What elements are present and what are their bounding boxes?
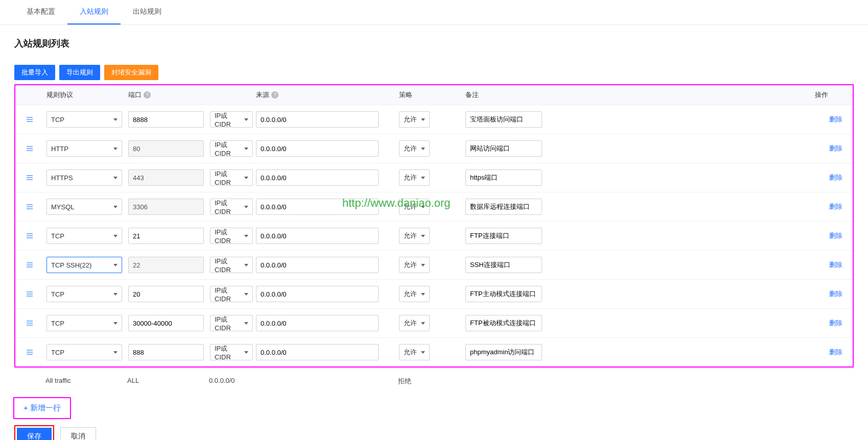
cancel-button[interactable]: 取消 xyxy=(60,427,96,440)
chevron-down-icon xyxy=(421,264,425,266)
export-rules-button[interactable]: 导出规则 xyxy=(59,65,100,80)
protocol-select[interactable]: HTTPS xyxy=(46,169,122,186)
protocol-select[interactable]: HTTP xyxy=(46,140,122,157)
tab-inbound[interactable]: 入站规则 xyxy=(67,0,121,25)
chevron-down-icon xyxy=(421,118,425,121)
port-input[interactable] xyxy=(128,315,204,331)
drag-icon[interactable] xyxy=(26,261,34,269)
port-input xyxy=(128,169,204,186)
chevron-down-icon xyxy=(421,322,425,325)
policy-select[interactable]: 允许 xyxy=(399,169,430,186)
source-input[interactable] xyxy=(256,257,379,273)
source-input[interactable] xyxy=(256,111,379,128)
svg-rect-15 xyxy=(27,262,33,263)
drag-icon[interactable] xyxy=(26,290,34,298)
chevron-down-icon xyxy=(421,351,425,354)
help-icon[interactable]: ? xyxy=(271,91,278,99)
port-input[interactable] xyxy=(128,228,204,244)
policy-select[interactable]: 允许 xyxy=(399,315,430,331)
delete-link[interactable]: 删除 xyxy=(829,290,842,298)
delete-link[interactable]: 删除 xyxy=(829,261,842,268)
source-type-select[interactable]: IP或CIDR xyxy=(210,286,253,302)
remark-input[interactable] xyxy=(465,199,542,215)
port-input[interactable] xyxy=(128,286,204,302)
drag-icon[interactable] xyxy=(26,144,34,153)
drag-icon[interactable] xyxy=(26,319,34,327)
protocol-select[interactable]: MYSQL xyxy=(46,199,122,215)
drag-icon[interactable] xyxy=(26,174,34,182)
batch-import-button[interactable]: 批量导入 xyxy=(14,65,55,80)
delete-link[interactable]: 删除 xyxy=(829,203,842,210)
source-input[interactable] xyxy=(256,286,379,302)
remark-input[interactable] xyxy=(465,169,542,186)
port-input[interactable] xyxy=(128,111,204,128)
policy-select[interactable]: 允许 xyxy=(399,140,430,157)
delete-link[interactable]: 删除 xyxy=(829,348,842,356)
protocol-select[interactable]: TCP xyxy=(46,315,122,331)
source-type-select[interactable]: IP或CIDR xyxy=(210,344,253,360)
protocol-select[interactable]: TCP xyxy=(46,111,122,128)
table-row: HTTP IP或CIDR 允许 xyxy=(15,134,853,163)
save-button[interactable]: 保存 xyxy=(17,428,52,440)
source-type-select[interactable]: IP或CIDR xyxy=(210,315,253,331)
source-input[interactable] xyxy=(256,315,379,331)
remark-input[interactable] xyxy=(465,111,542,128)
drag-icon[interactable] xyxy=(26,232,34,240)
policy-select[interactable]: 允许 xyxy=(399,286,430,302)
drag-icon[interactable] xyxy=(26,348,34,356)
table-row: MYSQL IP或CIDR 允许 xyxy=(15,192,853,222)
source-input[interactable] xyxy=(256,344,379,360)
source-type-select[interactable]: IP或CIDR xyxy=(210,111,253,128)
policy-select[interactable]: 允许 xyxy=(399,344,430,360)
source-input[interactable] xyxy=(256,199,379,215)
source-type-select[interactable]: IP或CIDR xyxy=(210,140,253,157)
delete-link[interactable]: 删除 xyxy=(829,174,842,181)
svg-rect-21 xyxy=(27,321,33,322)
remark-input[interactable] xyxy=(465,344,542,360)
svg-rect-5 xyxy=(27,150,33,151)
svg-rect-23 xyxy=(27,325,33,326)
block-vuln-button[interactable]: 封堵安全漏洞 xyxy=(104,65,158,80)
svg-rect-11 xyxy=(27,208,33,209)
rules-table: 规则协议 端口 ? 来源 ? 策略 备注 操作 TCP xyxy=(14,84,854,368)
table-row: TCP IP或CIDR 允许 删 xyxy=(15,105,853,134)
source-input[interactable] xyxy=(256,169,379,186)
remark-input[interactable] xyxy=(465,257,542,273)
svg-rect-9 xyxy=(27,204,33,205)
protocol-select[interactable]: TCP xyxy=(46,228,122,244)
remark-input[interactable] xyxy=(465,315,542,331)
delete-link[interactable]: 删除 xyxy=(829,232,842,239)
remark-input[interactable] xyxy=(465,286,542,302)
protocol-select[interactable]: TCP SSH(22) xyxy=(46,257,122,273)
delete-link[interactable]: 删除 xyxy=(829,144,842,152)
help-icon[interactable]: ? xyxy=(144,91,151,99)
tab-outbound[interactable]: 出站规则 xyxy=(121,0,174,25)
chevron-down-icon xyxy=(244,177,248,179)
port-input[interactable] xyxy=(128,344,204,360)
delete-link[interactable]: 删除 xyxy=(829,115,842,123)
policy-select[interactable]: 允许 xyxy=(399,111,430,128)
tab-basic[interactable]: 基本配置 xyxy=(14,0,67,25)
default-deny-row: All traffic ALL 0.0.0.0/0 拒绝 xyxy=(14,368,854,395)
source-input[interactable] xyxy=(256,228,379,244)
drag-icon[interactable] xyxy=(26,203,34,211)
protocol-select[interactable]: TCP xyxy=(46,344,122,360)
source-type-select[interactable]: IP或CIDR xyxy=(210,228,253,244)
drag-icon[interactable] xyxy=(26,115,34,124)
remark-input[interactable] xyxy=(465,140,542,157)
delete-link[interactable]: 删除 xyxy=(829,319,842,327)
source-type-select[interactable]: IP或CIDR xyxy=(210,169,253,186)
svg-rect-26 xyxy=(27,354,33,355)
policy-select[interactable]: 允许 xyxy=(399,199,430,215)
protocol-select[interactable]: TCP xyxy=(46,286,122,302)
port-input xyxy=(128,199,204,215)
source-input[interactable] xyxy=(256,140,379,157)
svg-rect-24 xyxy=(27,350,33,351)
source-type-select[interactable]: IP或CIDR xyxy=(210,199,253,215)
add-row-link[interactable]: + 新增一行 xyxy=(24,403,61,412)
col-protocol: 规则协议 xyxy=(43,90,125,100)
remark-input[interactable] xyxy=(465,228,542,244)
policy-select[interactable]: 允许 xyxy=(399,257,430,273)
policy-select[interactable]: 允许 xyxy=(399,228,430,244)
source-type-select[interactable]: IP或CIDR xyxy=(210,257,253,273)
